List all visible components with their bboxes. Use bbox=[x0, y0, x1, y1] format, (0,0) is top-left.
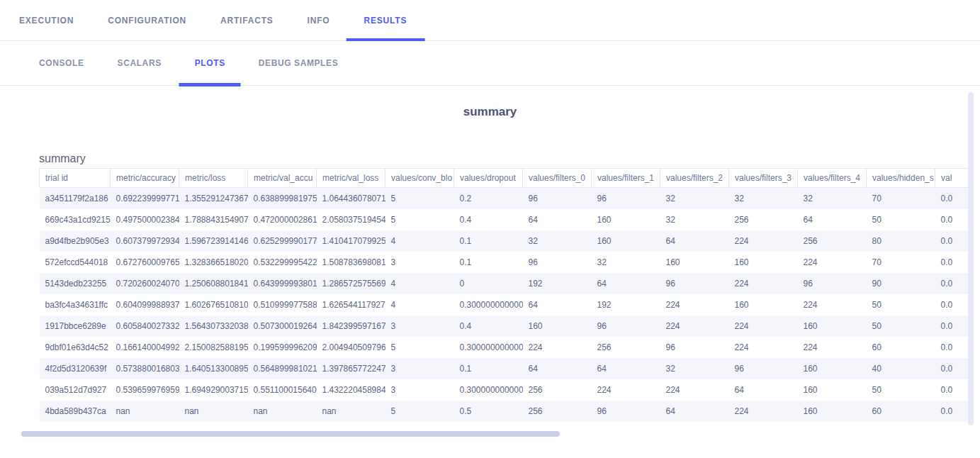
table-cell: 256 bbox=[798, 230, 867, 252]
table-cell: 32 bbox=[592, 252, 660, 273]
table-cell: 0.0 bbox=[935, 294, 969, 315]
table-cell: ba3fc4a34631ffc bbox=[40, 294, 111, 315]
table-cell: 1.064436078071 bbox=[317, 188, 385, 209]
table-cell: 0.0 bbox=[935, 230, 969, 252]
table-cell: 96 bbox=[592, 401, 660, 422]
table-row: a3451179f2a1860.6922399997711.3552912473… bbox=[40, 188, 969, 209]
table-cell: 224 bbox=[592, 379, 660, 401]
column-header: metric/accuracy bbox=[111, 169, 179, 188]
table-cell: 1.640513300895 bbox=[179, 358, 248, 379]
table-cell: 0.1 bbox=[454, 230, 523, 252]
summary-table-header-row: trial idmetric/accuracymetric/lossmetric… bbox=[40, 169, 969, 188]
table-cell: 64 bbox=[523, 294, 592, 315]
table-cell: 32 bbox=[660, 188, 729, 209]
plots-panel: summary summary trial idmetric/accuracym… bbox=[0, 86, 980, 458]
table-cell: nan bbox=[317, 401, 385, 422]
table-cell: 0.300000000000 bbox=[454, 337, 523, 358]
table-cell: 64 bbox=[798, 209, 867, 230]
tab-info[interactable]: INFO bbox=[308, 0, 330, 40]
table-cell: 80 bbox=[867, 230, 935, 252]
table-cell: 0.5 bbox=[454, 401, 523, 422]
table-cell: 0.0 bbox=[935, 315, 969, 337]
vertical-scrollbar-thumb[interactable] bbox=[968, 92, 974, 425]
table-cell: 1.250608801841 bbox=[179, 273, 248, 294]
table-row: 9dbf01e63d4c520.1661400049922.1500825881… bbox=[40, 337, 969, 358]
table-cell: 3 bbox=[385, 252, 454, 273]
table-cell: a3451179f2a186 bbox=[40, 188, 111, 209]
table-cell: 224 bbox=[729, 273, 798, 294]
table-cell: 9dbf01e63d4c52 bbox=[40, 337, 111, 358]
table-cell: 0.605840027332 bbox=[111, 315, 179, 337]
table-cell: 192 bbox=[592, 294, 660, 315]
table-cell: 160 bbox=[798, 401, 867, 422]
table-cell: 5 bbox=[385, 337, 454, 358]
table-cell: 1.286572575569 bbox=[317, 273, 385, 294]
table-cell: 0.0 bbox=[935, 337, 969, 358]
table-cell: 5 bbox=[385, 209, 454, 230]
column-header: trial id bbox=[40, 169, 111, 188]
table-row: 039a512d7d9270.5396599769591.69492900371… bbox=[40, 379, 969, 401]
table-cell: 64 bbox=[592, 273, 660, 294]
table-cell: nan bbox=[111, 401, 179, 422]
tab-results[interactable]: RESULTS bbox=[364, 0, 407, 40]
table-cell: 32 bbox=[660, 358, 729, 379]
table-cell: 160 bbox=[592, 230, 660, 252]
subtab-console[interactable]: CONSOLE bbox=[39, 41, 84, 85]
table-row: 669c43a1cd92150.4975000023841.7888431549… bbox=[40, 209, 969, 230]
table-cell: 0.497500002384 bbox=[111, 209, 179, 230]
column-header: values/dropout bbox=[454, 169, 523, 188]
table-cell: 0.539659976959 bbox=[111, 379, 179, 401]
table-cell: 1.432220458984 bbox=[317, 379, 385, 401]
column-header: values/hidden_s bbox=[867, 169, 935, 188]
tab-execution[interactable]: EXECUTION bbox=[19, 0, 74, 40]
table-cell: 40 bbox=[867, 358, 935, 379]
column-header: values/filters_2 bbox=[660, 169, 729, 188]
table-cell: 0.0 bbox=[935, 273, 969, 294]
table-cell: 0.300000000000 bbox=[454, 294, 523, 315]
table-cell: 0.551100015640 bbox=[248, 379, 317, 401]
table-cell: 60 bbox=[867, 337, 935, 358]
table-cell: 1917bbce6289e bbox=[40, 315, 111, 337]
table-row: 5143dedb232550.7202600240701.25060880184… bbox=[40, 273, 969, 294]
table-cell: 224 bbox=[660, 315, 729, 337]
summary-table: trial idmetric/accuracymetric/lossmetric… bbox=[39, 168, 969, 422]
table-cell: 0.532299995422 bbox=[248, 252, 317, 273]
table-cell: 0.720260024070 bbox=[111, 273, 179, 294]
table-cell: 1.397865772247 bbox=[317, 358, 385, 379]
table-cell: 1.596723914146 bbox=[179, 230, 248, 252]
table-cell: 50 bbox=[867, 294, 935, 315]
plot-title: summary bbox=[0, 86, 980, 119]
table-cell: 4 bbox=[385, 230, 454, 252]
table-cell: 96 bbox=[592, 188, 660, 209]
table-row: 4f2d5d3120639f0.5738800168031.6405133008… bbox=[40, 358, 969, 379]
table-cell: 4 bbox=[385, 294, 454, 315]
table-cell: 0.573880016803 bbox=[111, 358, 179, 379]
table-cell: nan bbox=[248, 401, 317, 422]
table-cell: 50 bbox=[867, 379, 935, 401]
table-row: 1917bbce6289e0.6058400273321.56430733203… bbox=[40, 315, 969, 337]
table-cell: 32 bbox=[729, 188, 798, 209]
table-cell: 224 bbox=[660, 379, 729, 401]
table-cell: 224 bbox=[729, 315, 798, 337]
table-cell: 0.1 bbox=[454, 252, 523, 273]
tab-configuration[interactable]: CONFIGURATION bbox=[108, 0, 186, 40]
column-header: values/conv_blo bbox=[385, 169, 454, 188]
table-cell: 64 bbox=[729, 379, 798, 401]
tab-artifacts[interactable]: ARTIFACTS bbox=[220, 0, 274, 40]
subtab-debug-samples[interactable]: DEBUG SAMPLES bbox=[259, 41, 338, 85]
table-cell: 64 bbox=[660, 230, 729, 252]
column-header: values/filters_0 bbox=[523, 169, 592, 188]
table-cell: 1.508783698081 bbox=[317, 252, 385, 273]
table-cell: 0.0 bbox=[935, 188, 969, 209]
column-header: metric/loss bbox=[179, 169, 248, 188]
horizontal-scrollbar-thumb[interactable] bbox=[21, 431, 560, 437]
table-cell: 96 bbox=[660, 337, 729, 358]
table-cell: 5 bbox=[385, 188, 454, 209]
results-sub-navigation: CONSOLE SCALARS PLOTS DEBUG SAMPLES bbox=[0, 41, 980, 86]
subtab-scalars[interactable]: SCALARS bbox=[118, 41, 162, 85]
table-cell: 160 bbox=[729, 252, 798, 273]
table-cell: 160 bbox=[798, 358, 867, 379]
table-cell: 2.150082588195 bbox=[179, 337, 248, 358]
table-cell: 96 bbox=[523, 252, 592, 273]
subtab-plots[interactable]: PLOTS bbox=[195, 41, 225, 85]
